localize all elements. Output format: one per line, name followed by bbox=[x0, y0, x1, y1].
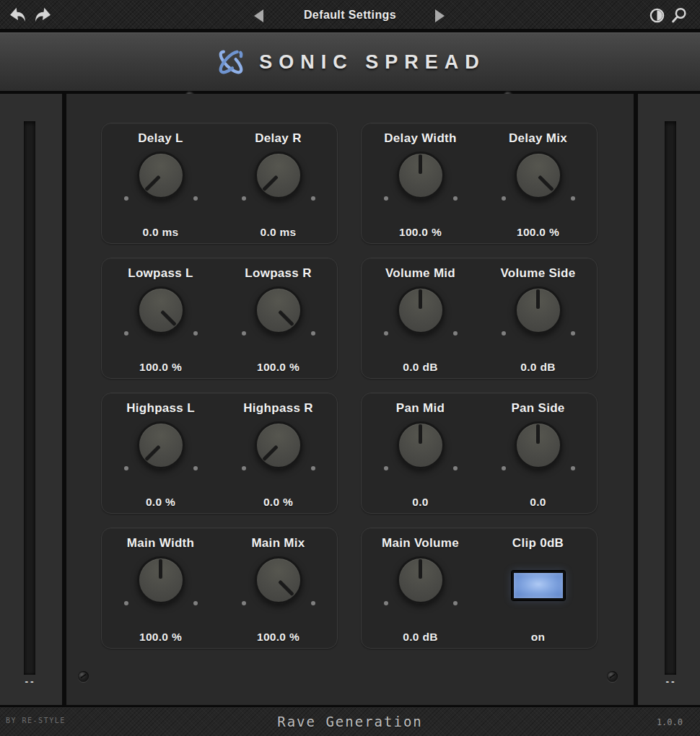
sonic-spread-logo-icon bbox=[214, 45, 248, 79]
knob-min-dot-icon bbox=[124, 601, 128, 605]
knob-max-dot-icon bbox=[193, 601, 198, 605]
clip-toggle-button[interactable] bbox=[512, 571, 565, 600]
knob-value: 0.0 bbox=[530, 496, 546, 509]
knob-group: Highpass L 0.0 % Highpass R 0.0 % bbox=[101, 393, 338, 514]
knob[interactable] bbox=[255, 152, 302, 199]
knob-wrap bbox=[110, 150, 211, 219]
knob-label: Pan Mid bbox=[396, 401, 445, 417]
developer-credit: BY RE-STYLE bbox=[6, 717, 66, 724]
knob-min-dot-icon bbox=[124, 466, 128, 470]
knob-max-dot-icon bbox=[193, 466, 198, 470]
knob-label: Delay R bbox=[255, 131, 301, 147]
contrast-button[interactable] bbox=[649, 7, 665, 27]
preset-name[interactable]: Default Settings bbox=[304, 9, 396, 22]
knob[interactable] bbox=[397, 421, 445, 469]
knob-row: Delay L 0.0 ms Delay R 0.0 ms bbox=[102, 123, 337, 243]
knob-cell: Pan Side 0.0 bbox=[479, 393, 597, 513]
knob-min-dot-icon bbox=[124, 331, 128, 336]
knob-label: Main Volume bbox=[382, 536, 459, 552]
zoom-button[interactable] bbox=[670, 6, 688, 27]
contrast-icon bbox=[649, 7, 665, 24]
knob[interactable] bbox=[255, 286, 302, 334]
knob-group: Delay L 0.0 ms Delay R 0.0 ms bbox=[101, 123, 338, 244]
knob-pointer-icon bbox=[419, 154, 422, 174]
knob-max-dot-icon bbox=[571, 196, 575, 201]
knob-label: Delay Mix bbox=[509, 131, 567, 147]
undo-button[interactable] bbox=[9, 5, 29, 30]
redo-button[interactable] bbox=[32, 5, 52, 30]
knob[interactable] bbox=[515, 152, 562, 199]
knob-wrap bbox=[110, 555, 211, 624]
knob-cell: Lowpass L 100.0 % bbox=[102, 258, 219, 378]
knob[interactable] bbox=[397, 152, 445, 199]
knob-max-dot-icon bbox=[193, 331, 198, 336]
knob-pointer-icon bbox=[278, 580, 294, 597]
knob-max-dot-icon bbox=[311, 196, 315, 201]
toggle-value: on bbox=[531, 631, 546, 644]
header-center: SONIC SPREAD bbox=[0, 33, 700, 91]
level-meter-right bbox=[665, 121, 676, 675]
knob-max-dot-icon bbox=[311, 466, 315, 470]
knob-cell: Main Volume 0.0 dB bbox=[362, 528, 479, 648]
footer: BY RE-STYLE Rave Generation 1.0.0 bbox=[0, 705, 700, 736]
preset-prev-button[interactable] bbox=[254, 9, 263, 22]
knob-min-dot-icon bbox=[242, 196, 246, 201]
plugin-title: SONIC SPREAD bbox=[259, 51, 486, 74]
toggle-label: Clip 0dB bbox=[512, 536, 564, 552]
knob-group: Pan Mid 0.0 Pan Side 0.0 bbox=[361, 393, 598, 514]
meter-readout-right: -- bbox=[662, 677, 679, 686]
knob[interactable] bbox=[255, 421, 302, 469]
knob-cell: Delay Width 100.0 % bbox=[362, 123, 479, 243]
toggle-cell: Clip 0dB on bbox=[479, 528, 597, 648]
knob-pointer-icon bbox=[262, 175, 279, 192]
knob-pointer-icon bbox=[419, 289, 422, 309]
knob[interactable] bbox=[255, 556, 302, 604]
knob-wrap bbox=[370, 285, 471, 354]
knob-wrap bbox=[110, 420, 211, 489]
knob-value: 100.0 % bbox=[399, 226, 442, 239]
knob[interactable] bbox=[397, 286, 445, 334]
knob-min-dot-icon bbox=[502, 196, 506, 201]
knob-value: 100.0 % bbox=[257, 631, 299, 644]
knob-value: 0.0 % bbox=[146, 496, 175, 509]
knob[interactable] bbox=[515, 286, 562, 334]
knob-max-dot-icon bbox=[453, 196, 458, 201]
knob-pointer-icon bbox=[536, 289, 540, 309]
knob-pointer-icon bbox=[144, 175, 161, 192]
knob-cell: Main Mix 100.0 % bbox=[219, 528, 337, 648]
knob-max-dot-icon bbox=[193, 196, 198, 201]
knob[interactable] bbox=[137, 286, 185, 334]
knob[interactable] bbox=[515, 421, 562, 469]
knob-cell: Highpass L 0.0 % bbox=[102, 393, 219, 513]
knob-row: Volume Mid 0.0 dB Volume Side 0.0 dB bbox=[362, 258, 597, 378]
knob-min-dot-icon bbox=[242, 466, 246, 470]
knob-min-dot-icon bbox=[502, 466, 506, 470]
knob-min-dot-icon bbox=[384, 196, 388, 201]
knob-min-dot-icon bbox=[242, 601, 246, 605]
knob[interactable] bbox=[397, 556, 445, 604]
knob[interactable] bbox=[137, 421, 185, 469]
knob-group: Lowpass L 100.0 % Lowpass R 100.0 % bbox=[101, 258, 338, 379]
knob-label: Lowpass L bbox=[128, 266, 193, 282]
knob-label: Highpass L bbox=[126, 401, 195, 417]
knob-pointer-icon bbox=[262, 445, 279, 462]
knob[interactable] bbox=[137, 152, 185, 199]
knob-max-dot-icon bbox=[311, 601, 315, 605]
knob-row: Delay Width 100.0 % Delay Mix 100.0 % bbox=[362, 123, 597, 243]
knob-label: Main Width bbox=[127, 536, 195, 552]
knob-row: Main Volume 0.0 dB Clip 0dB on bbox=[362, 528, 597, 648]
knob[interactable] bbox=[137, 556, 185, 604]
knob-pointer-icon bbox=[536, 424, 540, 444]
knob-cell: Highpass R 0.0 % bbox=[219, 393, 337, 513]
preset-prev-icon bbox=[254, 9, 263, 22]
knob-max-dot-icon bbox=[453, 601, 458, 605]
knob-max-dot-icon bbox=[311, 331, 315, 336]
knob-pointer-icon bbox=[144, 445, 161, 462]
knob-value: 100.0 % bbox=[139, 361, 182, 374]
knob-wrap bbox=[110, 285, 211, 354]
knob-wrap bbox=[488, 420, 589, 489]
preset-next-button[interactable] bbox=[435, 9, 445, 22]
knob-cell: Delay R 0.0 ms bbox=[219, 123, 337, 243]
knob-wrap bbox=[488, 285, 589, 354]
knob-row: Main Width 100.0 % Main Mix 100.0 % bbox=[102, 528, 337, 648]
